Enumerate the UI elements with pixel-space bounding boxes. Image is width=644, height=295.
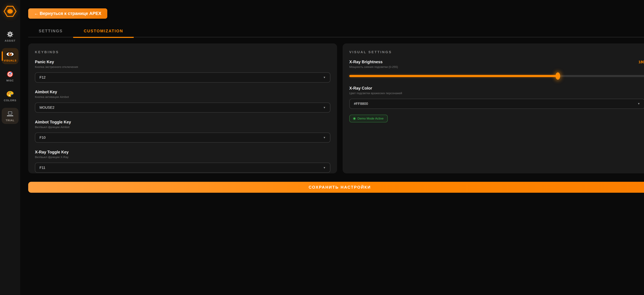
target-icon	[6, 70, 14, 78]
sidebar-item-trial[interactable]: TRIAL	[2, 108, 18, 124]
app-logo-icon[interactable]	[3, 5, 17, 18]
demo-mode-badge-label: Demo Mode Active	[358, 117, 384, 120]
chevron-down-icon: ▼	[638, 102, 640, 105]
field-label: X-Ray Brightness	[349, 60, 383, 64]
slider-thumb[interactable]	[556, 72, 560, 80]
tab-settings[interactable]: SETTINGS	[28, 25, 73, 38]
tab-bar: SETTINGS CUSTOMIZATION	[28, 25, 644, 38]
field-description: Кнопка активации Aimbot	[35, 95, 330, 99]
select-value: F11	[40, 166, 45, 170]
main-content: ← Вернуться к странице APEX SETTINGS CUS…	[20, 0, 644, 193]
back-to-apex-button[interactable]: ← Вернуться к странице APEX	[28, 8, 107, 19]
panels-row: KEYBINDS Panic Key Кнопка экстренного от…	[28, 44, 644, 174]
chevron-down-icon: ▼	[323, 76, 326, 79]
field-label: Panic Key	[35, 60, 330, 64]
slider-fill	[349, 75, 558, 77]
field-description: Кнопка экстренного отключения	[35, 65, 330, 69]
demo-mode-badge: Demo Mode Active	[349, 115, 388, 122]
field-label: X-Ray Color	[349, 86, 644, 90]
field-label: X-Ray Toggle Key	[35, 150, 330, 154]
sidebar-item-colors[interactable]: COLORS	[2, 88, 18, 104]
chevron-down-icon: ▼	[323, 106, 326, 109]
aimbot-toggle-key-select[interactable]: F10 ▼	[35, 132, 330, 142]
sidebar-item-label: ASSIST	[5, 39, 16, 42]
sidebar-item-assist[interactable]: ASSIST	[2, 28, 18, 44]
save-settings-button[interactable]: СОХРАНИТЬ НАСТРОЙКИ	[28, 182, 644, 193]
select-value: #FF8800	[354, 102, 368, 106]
sidebar-item-label: MISC	[6, 79, 14, 82]
xray-color-select[interactable]: #FF8800 ▼	[349, 99, 644, 109]
sidebar-item-label: VISUALS	[4, 59, 16, 62]
panic-key-field: Panic Key Кнопка экстренного отключения …	[35, 60, 330, 82]
field-label: Aimbot Key	[35, 90, 330, 94]
keybinds-panel: KEYBINDS Panic Key Кнопка экстренного от…	[28, 44, 337, 174]
visual-settings-title: VISUAL SETTINGS	[349, 50, 644, 54]
field-description: Вкл/выкл функции Aimbot	[35, 126, 330, 129]
sidebar: ASSIST VISUALS MISC	[0, 0, 20, 295]
xray-toggle-key-select[interactable]: F11 ▼	[35, 162, 330, 172]
sidebar-item-label: TRIAL	[6, 119, 14, 122]
xray-color-field: X-Ray Color Цвет подсветки вражеских пер…	[349, 86, 644, 109]
visual-settings-panel: VISUAL SETTINGS X-Ray Brightness 180 Мощ…	[342, 44, 644, 174]
field-description: Мощность сияния подсветки (0-255)	[349, 65, 644, 69]
select-value: F12	[40, 75, 46, 80]
sidebar-item-misc[interactable]: MISC	[2, 68, 18, 84]
field-description: Вкл/выкл функции X-Ray	[35, 156, 330, 159]
palette-icon	[6, 90, 14, 98]
aimbot-key-field: Aimbot Key Кнопка активации Aimbot MOUSE…	[35, 90, 330, 112]
field-description: Цвет подсветки вражеских персонажей	[349, 92, 644, 95]
laptop-icon	[6, 110, 14, 118]
sidebar-item-visuals[interactable]: VISUALS	[2, 48, 18, 64]
chevron-down-icon: ▼	[323, 166, 326, 169]
aimbot-toggle-key-field: Aimbot Toggle Key Вкл/выкл функции Aimbo…	[35, 120, 330, 143]
xray-brightness-field: X-Ray Brightness 180 Мощность сияния под…	[349, 60, 644, 77]
select-value: MOUSE2	[40, 106, 54, 110]
sidebar-item-label: COLORS	[4, 99, 16, 102]
tab-customization[interactable]: CUSTOMIZATION	[73, 25, 134, 38]
xray-toggle-key-field: X-Ray Toggle Key Вкл/выкл функции X-Ray …	[35, 150, 330, 173]
keybinds-title: KEYBINDS	[35, 50, 330, 54]
field-label: Aimbot Toggle Key	[35, 120, 330, 124]
eye-icon	[6, 51, 14, 58]
panic-key-select[interactable]: F12 ▼	[35, 72, 330, 82]
xray-brightness-slider[interactable]	[349, 75, 644, 77]
aimbot-key-select[interactable]: MOUSE2 ▼	[35, 102, 330, 112]
brightness-value: 180	[638, 60, 644, 64]
select-value: F10	[40, 136, 46, 140]
status-dot-icon	[354, 118, 355, 120]
gear-icon	[7, 31, 14, 38]
chevron-down-icon: ▼	[323, 136, 326, 139]
